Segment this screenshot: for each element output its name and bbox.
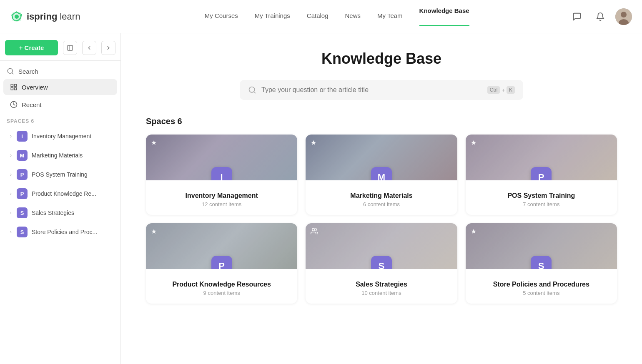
svg-rect-6 xyxy=(68,45,73,50)
page-layout: + Create Search xyxy=(0,33,642,364)
article-search-bar[interactable]: Ctrl + K xyxy=(240,80,523,100)
chevron-pos-icon: › xyxy=(10,172,12,177)
sidebar-space-sales[interactable]: › S Sales Strategies xyxy=(3,204,117,222)
star-icon-marketing: ★ xyxy=(311,139,316,147)
space-label-sales: Sales Strategies xyxy=(32,209,74,216)
card-image-store: ★ S xyxy=(466,223,617,269)
sidebar-search[interactable]: Search xyxy=(0,64,120,78)
notifications-button[interactable] xyxy=(592,8,609,25)
chevron-left-icon xyxy=(86,45,92,51)
card-body-pos: POS System Training 7 content items xyxy=(466,180,617,215)
card-body-marketing: Marketing Materials 6 content items xyxy=(306,180,457,215)
sidebar: + Create Search xyxy=(0,33,121,364)
chevron-right-icon xyxy=(105,45,111,51)
card-letter-marketing: M xyxy=(371,167,392,180)
sidebar-search-label: Search xyxy=(18,68,38,75)
chevron-inventory-icon: › xyxy=(10,133,12,139)
card-name-inventory: Inventory Management xyxy=(153,192,291,199)
space-badge-sales: S xyxy=(17,207,28,218)
card-body-inventory: Inventory Management 12 content items xyxy=(146,180,297,215)
card-letter-inventory: I xyxy=(211,167,232,180)
user-avatar[interactable] xyxy=(615,8,632,25)
svg-point-17 xyxy=(312,228,315,231)
card-image-sales: S xyxy=(306,223,457,269)
space-card-store[interactable]: ★ S Store Policies and Procedures 5 cont… xyxy=(466,223,617,304)
space-badge-marketing: M xyxy=(17,150,28,161)
card-body-product: Product Knowledge Resources 9 content it… xyxy=(146,269,297,304)
search-icon xyxy=(7,67,14,75)
people-icon-sales xyxy=(311,227,318,237)
card-name-marketing: Marketing Materials xyxy=(312,192,450,199)
keyboard-shortcut: Ctrl + K xyxy=(487,86,515,94)
card-count-store: 5 content items xyxy=(472,290,610,296)
card-name-product: Product Knowledge Resources xyxy=(153,281,291,288)
nav-back-button[interactable] xyxy=(82,41,96,55)
card-count-pos: 7 content items xyxy=(472,201,610,207)
star-icon-product: ★ xyxy=(151,227,157,235)
card-count-product: 9 content items xyxy=(153,290,291,296)
logo-text: ispring learn xyxy=(27,11,80,22)
nav-my-trainings[interactable]: My Trainings xyxy=(255,12,290,21)
users-icon xyxy=(311,227,318,235)
kbd-k: K xyxy=(507,86,515,94)
space-card-pos[interactable]: ★ P POS System Training 7 content items xyxy=(466,135,617,215)
top-navigation: ispring learn My Courses My Trainings Ca… xyxy=(0,0,642,33)
sidebar-item-overview[interactable]: Overview xyxy=(3,79,117,95)
avatar-image xyxy=(615,8,632,25)
chevron-product-icon: › xyxy=(10,191,12,197)
spaces-section-heading: Spaces 6 xyxy=(146,117,617,126)
bell-icon xyxy=(596,12,605,21)
space-card-inventory[interactable]: ★ I Inventory Management 12 content item… xyxy=(146,135,297,215)
space-card-product[interactable]: ★ P Product Knowledge Resources 9 conten… xyxy=(146,223,297,304)
card-image-marketing: ★ M xyxy=(306,135,457,180)
svg-rect-13 xyxy=(15,88,17,90)
overview-label: Overview xyxy=(22,84,48,91)
space-label-store: Store Policies and Proc... xyxy=(32,229,97,235)
space-badge-inventory: I xyxy=(17,131,28,142)
clock-icon xyxy=(10,101,18,108)
sidebar-item-recent[interactable]: Recent xyxy=(3,97,117,112)
space-label-product: Product Knowledge Re... xyxy=(32,190,96,197)
article-search-input[interactable] xyxy=(261,86,482,94)
sidebar-toggle-icon xyxy=(67,45,73,51)
nav-forward-button[interactable] xyxy=(101,41,115,55)
create-button[interactable]: + Create xyxy=(5,40,58,55)
sidebar-space-pos[interactable]: › P POS System Training xyxy=(3,166,117,183)
chevron-sales-icon: › xyxy=(10,210,12,216)
space-card-marketing[interactable]: ★ M Marketing Materials 6 content items xyxy=(306,135,457,215)
sidebar-space-inventory[interactable]: › I Inventory Management xyxy=(3,127,117,145)
card-letter-sales: S xyxy=(371,256,392,269)
sidebar-space-product[interactable]: › P Product Knowledge Re... xyxy=(3,185,117,202)
svg-line-9 xyxy=(12,72,13,74)
nav-knowledge-base[interactable]: Knowledge Base xyxy=(419,7,469,26)
card-body-sales: Sales Strategies 10 content items xyxy=(306,269,457,304)
svg-rect-11 xyxy=(15,84,17,86)
space-badge-product: P xyxy=(17,188,28,199)
svg-rect-12 xyxy=(11,88,13,90)
sidebar-space-marketing[interactable]: › M Marketing Materials xyxy=(3,147,117,164)
ispring-logo-icon xyxy=(10,10,23,23)
space-card-sales[interactable]: S Sales Strategies 10 content items xyxy=(306,223,457,304)
nav-my-team[interactable]: My Team xyxy=(377,12,403,21)
sidebar-space-store[interactable]: › S Store Policies and Proc... xyxy=(3,223,117,241)
nav-news[interactable]: News xyxy=(345,12,361,21)
card-count-inventory: 12 content items xyxy=(153,201,291,207)
spaces-section-title: SPACES 6 xyxy=(0,113,120,127)
nav-catalog[interactable]: Catalog xyxy=(307,12,329,21)
nav-right-controls xyxy=(569,8,632,25)
card-image-inventory: ★ I xyxy=(146,135,297,180)
main-content: Knowledge Base Ctrl + K Spaces 6 ★ I xyxy=(121,33,642,364)
star-icon-store: ★ xyxy=(471,227,476,235)
star-icon-pos: ★ xyxy=(471,139,476,147)
card-image-pos: ★ P xyxy=(466,135,617,180)
nav-my-courses[interactable]: My Courses xyxy=(205,12,238,21)
card-letter-store: S xyxy=(531,256,552,269)
logo[interactable]: ispring learn xyxy=(10,10,80,23)
card-name-store: Store Policies and Procedures xyxy=(472,281,610,288)
space-label-inventory: Inventory Management xyxy=(32,133,91,140)
card-name-pos: POS System Training xyxy=(472,192,610,199)
card-body-store: Store Policies and Procedures 5 content … xyxy=(466,269,617,304)
toggle-sidebar-button[interactable] xyxy=(63,41,77,55)
chat-button[interactable] xyxy=(569,8,585,25)
chevron-store-icon: › xyxy=(10,229,12,235)
